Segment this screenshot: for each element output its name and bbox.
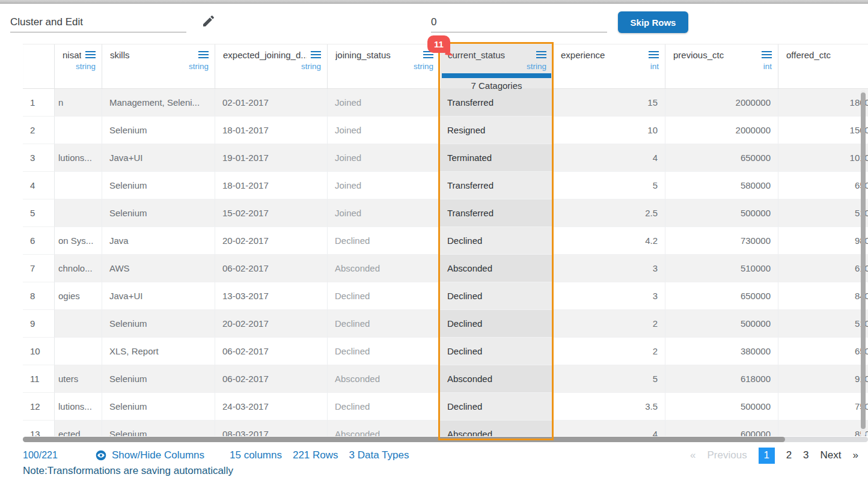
- table-cell: Joined: [328, 117, 440, 144]
- page-button-1[interactable]: 1: [759, 448, 775, 464]
- table-cell: Absconded: [440, 255, 553, 282]
- previous-arrow[interactable]: «: [690, 449, 695, 461]
- table-cell: 2: [553, 338, 665, 365]
- table-cell: Declined: [440, 338, 553, 365]
- column-label: experience: [561, 50, 644, 60]
- next-arrow[interactable]: »: [853, 449, 858, 461]
- table-cell: Declined: [328, 282, 440, 310]
- table-row: 4Selenium18-01-2017JoinedTransferred5580…: [23, 172, 868, 199]
- table-cell: Selenium: [102, 199, 215, 227]
- pagination: « Previous 123 Next »: [690, 448, 858, 464]
- table-cell: 650000: [778, 338, 868, 365]
- table-cell: 13-03-2017: [215, 282, 328, 310]
- column-menu-icon[interactable]: [536, 51, 546, 58]
- column-type-label: string: [414, 62, 433, 71]
- summary-counts: 15 columns 221 Rows 3 Data Types: [230, 449, 409, 461]
- table-cell: Joined: [328, 89, 440, 117]
- table-cell: Declined: [440, 227, 553, 255]
- column-header-experience[interactable]: experienceint: [553, 44, 665, 88]
- table-cell: [55, 199, 102, 227]
- table-cell: n: [55, 89, 102, 117]
- table-cell: lutions...: [55, 393, 102, 421]
- vertical-scrollbar-thumb[interactable]: [861, 93, 866, 429]
- table-cell: 15-02-2017: [215, 199, 328, 227]
- column-header-nisati...[interactable]: nisati...string: [55, 44, 102, 88]
- column-header-skills[interactable]: skillsstring: [102, 44, 215, 88]
- table-cell: 910000: [778, 365, 868, 393]
- table-cell: 08-03-2017: [215, 421, 328, 436]
- table-cell: 5: [553, 365, 665, 393]
- table-cell: 980000: [778, 227, 868, 255]
- column-menu-icon[interactable]: [649, 51, 659, 58]
- table-cell: Declined: [440, 310, 553, 338]
- table-row: 7chnolo...AWS06-02-2017AbscondedAbsconde…: [23, 255, 868, 282]
- previous-button[interactable]: Previous: [707, 449, 747, 461]
- table-cell: Resigned: [440, 117, 553, 144]
- column-type-label: string: [527, 62, 546, 71]
- table-cell: 618000: [665, 365, 778, 393]
- table-row: 8ogiesJava+UI13-03-2017DeclinedDeclined3…: [23, 282, 868, 310]
- column-header-previous_ctc[interactable]: previous_ctcint: [665, 44, 778, 88]
- column-menu-icon[interactable]: [311, 51, 321, 58]
- skip-rows-button[interactable]: Skip Rows: [618, 11, 688, 33]
- show-hide-columns-button[interactable]: Show/Hide Columns: [95, 449, 204, 461]
- skip-rows-input[interactable]: [431, 12, 607, 32]
- table-cell: Declined: [328, 393, 440, 421]
- transform-name-input[interactable]: [10, 12, 186, 32]
- row-number: 1: [23, 89, 55, 117]
- table-cell: 600000: [665, 421, 778, 436]
- column-type-label: string: [301, 62, 321, 71]
- column-menu-icon[interactable]: [198, 51, 209, 58]
- table-row: 3lutions...Java+UI19-01-2017JoinedTermin…: [23, 144, 868, 172]
- table-row: 1nManagement, Seleni...02-01-2017JoinedT…: [23, 89, 868, 117]
- table-cell: Joined: [328, 144, 440, 172]
- edit-pencil-icon[interactable]: [200, 13, 217, 30]
- horizontal-scrollbar-thumb[interactable]: [23, 437, 785, 442]
- table-cell: Selenium: [102, 421, 215, 436]
- table-vertical-scrollbar[interactable]: [861, 90, 866, 436]
- page-button-2[interactable]: 2: [786, 449, 792, 461]
- column-menu-icon[interactable]: [85, 51, 96, 58]
- table-cell: Absconded: [328, 421, 440, 436]
- table-cell: 750000: [778, 393, 868, 421]
- page-button-3[interactable]: 3: [803, 449, 808, 461]
- table-horizontal-scrollbar[interactable]: [23, 437, 868, 442]
- column-label: previous_ctc: [673, 50, 757, 60]
- table-cell: 06-02-2017: [215, 365, 328, 393]
- table-row: 2Selenium18-01-2017JoinedResigned1020000…: [23, 117, 868, 144]
- column-header-joining_status[interactable]: joining_statusstring: [328, 44, 440, 88]
- table-cell: Selenium: [102, 310, 215, 338]
- column-header-offered_ctc[interactable]: offered_ctc: [778, 44, 868, 88]
- row-number: 11: [23, 365, 55, 393]
- column-menu-icon[interactable]: [762, 51, 772, 58]
- column-label: skills: [110, 50, 194, 60]
- table-cell: 2: [553, 310, 665, 338]
- autosave-note: Note:Transformations are saving automati…: [23, 465, 233, 477]
- table-cell: 3: [553, 282, 665, 310]
- table-cell: 610000: [778, 255, 868, 282]
- table-cell: 1800000: [778, 89, 868, 117]
- column-type-label: string: [189, 62, 209, 71]
- next-button[interactable]: Next: [821, 449, 842, 461]
- row-number: 12: [23, 393, 55, 421]
- table-cell: Selenium: [102, 365, 215, 393]
- table-cell: 510000: [778, 310, 868, 338]
- table-cell: 2000000: [665, 89, 778, 117]
- table-cell: Joined: [328, 199, 440, 227]
- table-row: 12lutions...Selenium24-03-2017DeclinedDe…: [23, 393, 868, 421]
- column-header-expected_joining_d...[interactable]: expected_joining_d...string: [215, 44, 328, 88]
- table-cell: 380000: [665, 338, 778, 365]
- table-cell: Joined: [328, 172, 440, 199]
- row-number: 4: [23, 172, 55, 199]
- column-type-label: string: [76, 62, 96, 71]
- page-numbers: 123: [759, 448, 809, 464]
- table-cell: Absconded: [328, 255, 440, 282]
- row-number: 3: [23, 144, 55, 172]
- table-body: 1nManagement, Seleni...02-01-2017JoinedT…: [23, 89, 868, 436]
- table-cell: Java+UI: [102, 144, 215, 172]
- table-cell: ected: [55, 421, 102, 436]
- row-number: 8: [23, 282, 55, 310]
- column-header-current_status[interactable]: current_statusstring7 Catagories: [440, 44, 553, 88]
- table-cell: 1500000: [778, 117, 868, 144]
- table-footer: 100/221 Show/Hide Columns 15 columns 221…: [23, 447, 858, 464]
